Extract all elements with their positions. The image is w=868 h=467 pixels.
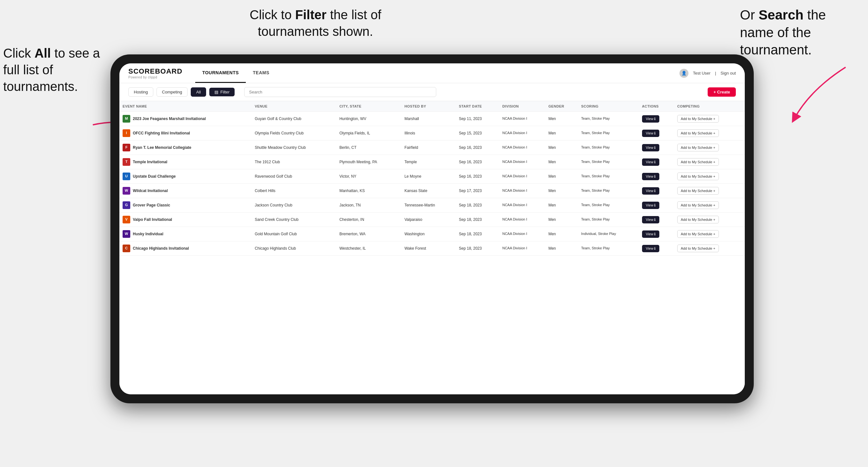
cell-start-date: Sep 17, 2023 (456, 184, 499, 198)
cell-city-state: Chesterton, IN (336, 213, 401, 227)
sign-out-link[interactable]: Sign out (720, 71, 736, 75)
cell-actions: View ℹ (639, 169, 674, 184)
cell-hosted-by: Tennessee-Martin (401, 198, 456, 213)
cell-start-date: Sep 15, 2023 (456, 126, 499, 141)
table-row: V Valpo Fall Invitational Sand Creek Cou… (119, 213, 745, 227)
cell-gender: Men (545, 169, 578, 184)
cell-scoring: Team, Stroke Play (578, 169, 639, 184)
view-button[interactable]: View ℹ (642, 187, 660, 195)
cell-actions: View ℹ (639, 184, 674, 198)
cell-scoring: Team, Stroke Play (578, 184, 639, 198)
cell-scoring: Team, Stroke Play (578, 112, 639, 126)
logo-sub: Powered by clippd (128, 75, 182, 79)
event-name-text: Wildcat Invitational (133, 188, 168, 194)
cell-hosted-by: Illinois (401, 126, 456, 141)
cell-event-name: I OFCC Fighting Illini Invitational (119, 126, 252, 141)
cell-actions: View ℹ (639, 213, 674, 227)
nav-tab-tournaments[interactable]: TOURNAMENTS (195, 63, 246, 83)
tab-hosting[interactable]: Hosting (128, 87, 153, 97)
view-button[interactable]: View ℹ (642, 173, 660, 180)
cell-venue: The 1912 Club (252, 155, 336, 169)
cell-start-date: Sep 18, 2023 (456, 241, 499, 256)
view-button[interactable]: View ℹ (642, 201, 660, 209)
event-name-text: Husky Individual (133, 231, 163, 237)
cell-gender: Men (545, 112, 578, 126)
view-button[interactable]: View ℹ (642, 245, 660, 252)
cell-city-state: Victor, NY (336, 169, 401, 184)
annotation-top-right: Or Search the name of the tournament. (740, 6, 862, 59)
logo-text: SCOREBOARD (128, 67, 182, 75)
col-city-state: CITY, STATE (336, 101, 401, 112)
cell-venue: Jackson Country Club (252, 198, 336, 213)
tab-all[interactable]: All (191, 87, 206, 97)
view-button[interactable]: View ℹ (642, 230, 660, 238)
add-to-schedule-button[interactable]: Add to My Schedule + (677, 187, 719, 195)
tournaments-table: EVENT NAME VENUE CITY, STATE HOSTED BY S… (119, 101, 745, 256)
cell-gender: Men (545, 141, 578, 155)
divider: | (715, 71, 716, 75)
cell-city-state: Olympia Fields, IL (336, 126, 401, 141)
add-to-schedule-button[interactable]: Add to My Schedule + (677, 173, 719, 180)
view-button[interactable]: View ℹ (642, 144, 660, 151)
view-button[interactable]: View ℹ (642, 130, 660, 137)
cell-venue: Olympia Fields Country Club (252, 126, 336, 141)
annotation-left: Click All to see a full list of tourname… (3, 45, 102, 95)
add-to-schedule-button[interactable]: Add to My Schedule + (677, 115, 719, 123)
cell-event-name: F Ryan T. Lee Memorial Collegiate (119, 141, 252, 155)
cell-hosted-by: Valparaiso (401, 213, 456, 227)
cell-gender: Men (545, 241, 578, 256)
event-name-text: Valpo Fall Invitational (133, 217, 172, 222)
cell-event-name: M 2023 Joe Feaganes Marshall Invitationa… (119, 112, 252, 126)
cell-competing: Add to My Schedule + (674, 241, 745, 256)
cell-hosted-by: Marshall (401, 112, 456, 126)
add-to-schedule-button[interactable]: Add to My Schedule + (677, 230, 719, 238)
add-to-schedule-button[interactable]: Add to My Schedule + (677, 245, 719, 252)
cell-gender: Men (545, 184, 578, 198)
cell-actions: View ℹ (639, 112, 674, 126)
view-button[interactable]: View ℹ (642, 158, 660, 166)
cell-scoring: Team, Stroke Play (578, 198, 639, 213)
table-row: G Grover Page Classic Jackson Country Cl… (119, 198, 745, 213)
cell-gender: Men (545, 126, 578, 141)
add-to-schedule-button[interactable]: Add to My Schedule + (677, 216, 719, 223)
header-right: 👤 Test User | Sign out (680, 69, 736, 78)
cell-division: NCAA Division I (499, 112, 545, 126)
cell-hosted-by: Fairfield (401, 141, 456, 155)
cell-scoring: Individual, Stroke Play (578, 227, 639, 241)
table-row: C Chicago Highlands Invitational Chicago… (119, 241, 745, 256)
cell-scoring: Team, Stroke Play (578, 141, 639, 155)
col-scoring: SCORING (578, 101, 639, 112)
toolbar: Hosting Competing All ▤ Filter + Create (119, 83, 745, 101)
tab-competing[interactable]: Competing (156, 87, 188, 97)
add-to-schedule-button[interactable]: Add to My Schedule + (677, 201, 719, 209)
add-to-schedule-button[interactable]: Add to My Schedule + (677, 129, 719, 137)
col-division: DIVISION (499, 101, 545, 112)
cell-actions: View ℹ (639, 155, 674, 169)
table-row: T Temple Invitational The 1912 Club Plym… (119, 155, 745, 169)
cell-division: NCAA Division I (499, 213, 545, 227)
add-to-schedule-button[interactable]: Add to My Schedule + (677, 144, 719, 151)
cell-division: NCAA Division I (499, 126, 545, 141)
search-input[interactable] (244, 87, 436, 97)
cell-scoring: Team, Stroke Play (578, 155, 639, 169)
cell-venue: Ravenwood Golf Club (252, 169, 336, 184)
cell-division: NCAA Division I (499, 198, 545, 213)
nav-tab-teams[interactable]: TEAMS (246, 63, 277, 83)
cell-gender: Men (545, 155, 578, 169)
cell-venue: Shuttle Meadow Country Club (252, 141, 336, 155)
event-name-text: Chicago Highlands Invitational (133, 246, 189, 251)
create-button[interactable]: + Create (708, 87, 736, 97)
cell-event-name: G Grover Page Classic (119, 198, 252, 213)
cell-city-state: Westchester, IL (336, 241, 401, 256)
table-row: W Husky Individual Gold Mountain Golf Cl… (119, 227, 745, 241)
add-to-schedule-button[interactable]: Add to My Schedule + (677, 158, 719, 166)
filter-button[interactable]: ▤ Filter (209, 88, 235, 96)
cell-city-state: Berlin, CT (336, 141, 401, 155)
cell-start-date: Sep 16, 2023 (456, 169, 499, 184)
event-name-text: OFCC Fighting Illini Invitational (133, 131, 190, 136)
view-button[interactable]: View ℹ (642, 216, 660, 223)
cell-gender: Men (545, 227, 578, 241)
view-button[interactable]: View ℹ (642, 115, 660, 123)
cell-event-name: C Chicago Highlands Invitational (119, 241, 252, 256)
cell-hosted-by: Temple (401, 155, 456, 169)
